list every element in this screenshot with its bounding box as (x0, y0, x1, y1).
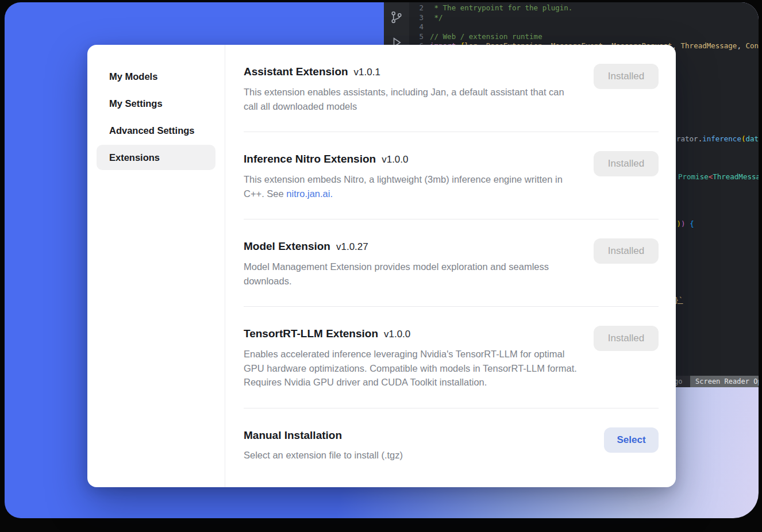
settings-modal: My Models My Settings Advanced Settings … (87, 45, 676, 487)
source-control-icon[interactable] (390, 10, 403, 24)
extensions-panel: Assistant Extensionv1.0.1 This extension… (225, 45, 676, 487)
settings-sidebar: My Models My Settings Advanced Settings … (87, 45, 225, 487)
sidebar-item-my-models[interactable]: My Models (97, 64, 215, 89)
extension-row-model: Model Extensionv1.0.27 Model Management … (244, 219, 659, 306)
installed-button[interactable]: Installed (594, 151, 659, 176)
extension-description: This extension embeds Nitro, a lightweig… (244, 172, 580, 201)
installed-button[interactable]: Installed (594, 238, 659, 264)
nitro-jan-ai-link[interactable]: nitro.jan.ai. (286, 188, 333, 199)
line-number: 4 (409, 22, 424, 32)
extension-row-manual-installation: Manual Installation Select an extension … (244, 408, 659, 481)
extension-description: This extension enables assistants, inclu… (244, 85, 580, 113)
sidebar-item-extensions[interactable]: Extensions (97, 145, 215, 170)
extension-version: v1.0.27 (336, 241, 368, 252)
extension-description: Enables accelerated inference leveraging… (244, 347, 580, 390)
code-line-text (424, 22, 430, 32)
extension-name: Manual Installation (244, 429, 342, 441)
code-lines: 2 * The entrypoint for the plugin. 3 */ … (409, 3, 759, 51)
extension-name: TensortRT-LLM Extension (244, 327, 378, 340)
extension-name: Inference Nitro Extension (244, 153, 376, 165)
extension-row-inference-nitro: Inference Nitro Extensionv1.0.0 This ext… (244, 132, 659, 219)
extension-version: v1.0.1 (354, 67, 380, 78)
line-number: 3 (409, 13, 424, 23)
extension-version: v1.0.0 (382, 154, 408, 165)
code-fragment: rator.inference(data)); (676, 134, 759, 144)
screen-reader-optimized-badge[interactable]: Screen Reader Optimized (690, 376, 759, 387)
extension-name: Model Extension (244, 240, 330, 252)
extension-description: Select an extension file to install (.tg… (244, 448, 403, 462)
extension-title: TensortRT-LLM Extensionv1.0.0 (244, 326, 580, 342)
installed-button[interactable]: Installed (594, 326, 659, 351)
extension-version: v1.0.0 (384, 329, 410, 340)
extension-title: Assistant Extensionv1.0.1 (244, 64, 580, 80)
extension-row-assistant: Assistant Extensionv1.0.1 This extension… (244, 45, 659, 132)
sidebar-item-advanced-settings[interactable]: Advanced Settings (97, 118, 215, 143)
line-number: 2 (409, 3, 424, 13)
sidebar-item-my-settings[interactable]: My Settings (97, 91, 215, 116)
extension-name: Assistant Extension (244, 65, 348, 78)
extension-title: Model Extensionv1.0.27 (244, 238, 580, 255)
extension-title: Manual Installation (244, 427, 403, 444)
code-line-text: */ (424, 13, 443, 23)
code-line-text: // Web / extension runtime (424, 32, 542, 42)
code-fragment: Promise<ThreadMessage> (678, 172, 759, 182)
line-number: 5 (409, 32, 424, 42)
select-button[interactable]: Select (604, 427, 659, 453)
code-line-text: * The entrypoint for the plugin. (424, 3, 572, 13)
extension-description: Model Management Extension provides mode… (244, 260, 580, 288)
installed-button[interactable]: Installed (594, 64, 659, 89)
extension-row-tensorrt-llm: TensortRT-LLM Extensionv1.0.0 Enables ac… (244, 307, 659, 408)
extension-title: Inference Nitro Extensionv1.0.0 (244, 151, 580, 168)
